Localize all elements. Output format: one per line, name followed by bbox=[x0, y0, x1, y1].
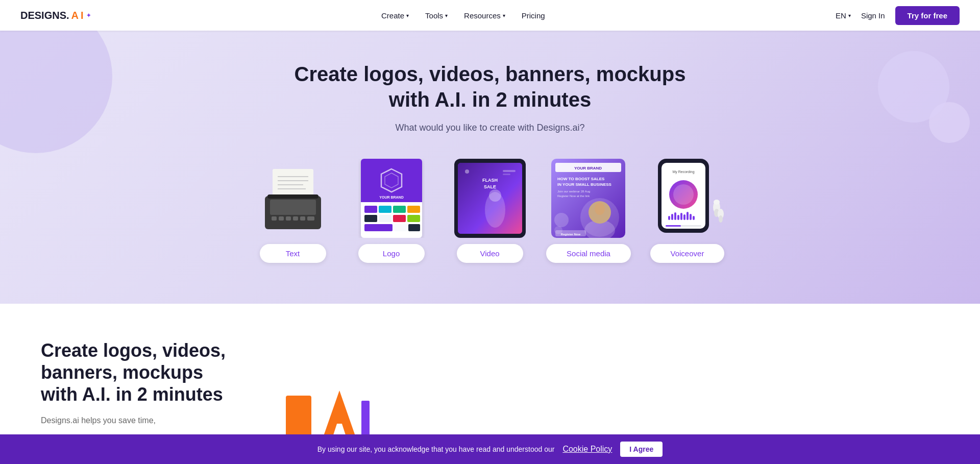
tool-label-text[interactable]: Text bbox=[260, 244, 326, 263]
letter-a-icon bbox=[322, 390, 357, 442]
navbar: DESIGNS.AI ✦ Create ▾ Tools ▾ Resources … bbox=[0, 0, 980, 31]
svg-text:YOUR BRAND: YOUR BRAND bbox=[379, 196, 403, 199]
svg-rect-66 bbox=[683, 214, 685, 220]
cookie-message: By using our site, you acknowledge that … bbox=[317, 445, 555, 453]
svg-point-74 bbox=[714, 200, 720, 205]
nav-create[interactable]: Create ▾ bbox=[381, 11, 409, 20]
svg-text:SALE: SALE bbox=[484, 184, 496, 189]
svg-rect-11 bbox=[300, 216, 305, 221]
tool-image-social: YOUR BRAND HOW TO BOOST SALES IN YOUR SM… bbox=[546, 159, 630, 238]
chevron-down-icon: ▾ bbox=[503, 13, 505, 18]
cookie-agree-button[interactable]: I Agree bbox=[620, 442, 663, 457]
tool-card-social[interactable]: YOUR BRAND HOW TO BOOST SALES IN YOUR SM… bbox=[546, 159, 631, 263]
ai-decoration bbox=[322, 390, 372, 442]
tool-cards-row: Text bbox=[20, 159, 960, 263]
svg-text:Join our webinar 28 Aug: Join our webinar 28 Aug bbox=[557, 190, 590, 193]
svg-rect-8 bbox=[279, 216, 284, 221]
tool-label-voiceover[interactable]: Voiceover bbox=[650, 244, 725, 263]
svg-point-51 bbox=[595, 203, 605, 215]
hero-subheading: What would you like to create with Desig… bbox=[20, 123, 960, 133]
try-free-button[interactable]: Try for free bbox=[895, 6, 960, 25]
tool-image-video: FLASH SALE bbox=[448, 159, 532, 238]
below-text-block: Create logos, videos, banners, mockups w… bbox=[41, 339, 245, 427]
svg-rect-40 bbox=[503, 174, 510, 175]
tool-card-voiceover[interactable]: My Recording bbox=[645, 159, 729, 263]
voiceover-phone-icon: My Recording bbox=[648, 159, 727, 238]
svg-rect-67 bbox=[687, 212, 689, 220]
svg-rect-65 bbox=[680, 213, 682, 220]
svg-text:HOW TO BOOST SALES: HOW TO BOOST SALES bbox=[557, 177, 605, 181]
nav-tools[interactable]: Tools ▾ bbox=[425, 11, 448, 20]
nav-links: Create ▾ Tools ▾ Resources ▾ Pricing bbox=[381, 11, 545, 20]
tool-card-text[interactable]: Text bbox=[251, 159, 335, 263]
svg-rect-23 bbox=[407, 206, 420, 213]
tool-image-voiceover: My Recording bbox=[645, 159, 729, 238]
svg-rect-27 bbox=[407, 215, 420, 222]
tool-label-social[interactable]: Social media bbox=[546, 244, 631, 263]
svg-text:YOUR BRAND: YOUR BRAND bbox=[574, 166, 602, 170]
language-selector[interactable]: EN ▾ bbox=[836, 11, 851, 20]
hero-heading: Create logos, videos, banners, mockups w… bbox=[281, 61, 699, 112]
svg-rect-24 bbox=[364, 215, 377, 222]
tool-label-logo[interactable]: Logo bbox=[358, 244, 425, 263]
logo-card-icon: YOUR BRAND bbox=[358, 159, 425, 238]
svg-rect-28 bbox=[364, 224, 393, 231]
tool-card-video[interactable]: FLASH SALE Video bbox=[448, 159, 532, 263]
below-heading: Create logos, videos, banners, mockups w… bbox=[41, 339, 245, 406]
svg-rect-30 bbox=[408, 224, 420, 231]
svg-text:Register Now at the link: Register Now at the link bbox=[557, 194, 590, 198]
svg-rect-25 bbox=[379, 215, 391, 222]
below-visual bbox=[286, 339, 939, 442]
svg-rect-22 bbox=[393, 206, 406, 213]
tool-label-video[interactable]: Video bbox=[457, 244, 523, 263]
hero-section: Create logos, videos, banners, mockups w… bbox=[0, 31, 980, 304]
svg-rect-68 bbox=[690, 214, 692, 220]
typewriter-icon bbox=[257, 166, 329, 238]
svg-text:FLASH: FLASH bbox=[482, 178, 498, 183]
nav-right: EN ▾ Sign In Try for free bbox=[836, 6, 960, 25]
svg-point-38 bbox=[465, 169, 469, 174]
logo[interactable]: DESIGNS.AI ✦ bbox=[20, 10, 91, 21]
below-body: Designs.ai helps you save time, bbox=[41, 414, 245, 427]
chevron-down-icon: ▾ bbox=[445, 13, 448, 18]
svg-rect-64 bbox=[677, 215, 679, 220]
svg-rect-13 bbox=[267, 194, 318, 199]
svg-text:My Recording: My Recording bbox=[672, 170, 694, 174]
svg-rect-39 bbox=[503, 170, 516, 172]
video-tablet-icon: FLASH SALE bbox=[452, 159, 528, 238]
nav-resources[interactable]: Resources ▾ bbox=[464, 11, 505, 20]
svg-rect-10 bbox=[293, 216, 298, 221]
logo-text: DESIGNS. bbox=[20, 10, 69, 21]
svg-rect-69 bbox=[693, 216, 695, 220]
social-card-icon: YOUR BRAND HOW TO BOOST SALES IN YOUR SM… bbox=[551, 159, 625, 238]
nav-pricing[interactable]: Pricing bbox=[522, 11, 545, 20]
svg-point-37 bbox=[489, 189, 501, 202]
cookie-policy-link[interactable]: Cookie Policy bbox=[562, 445, 612, 454]
svg-point-52 bbox=[554, 213, 569, 227]
svg-point-60 bbox=[673, 184, 694, 205]
tool-card-logo[interactable]: YOUR BRAND Logo bbox=[349, 159, 433, 263]
cookie-banner: By using our site, you acknowledge that … bbox=[0, 434, 980, 462]
svg-marker-79 bbox=[327, 395, 352, 436]
svg-rect-62 bbox=[671, 214, 673, 220]
svg-text:IN YOUR SMALL BUSINESS: IN YOUR SMALL BUSINESS bbox=[557, 182, 612, 187]
svg-rect-21 bbox=[379, 206, 391, 213]
svg-text:Register Now: Register Now bbox=[561, 233, 581, 236]
svg-rect-20 bbox=[364, 206, 377, 213]
chevron-down-icon: ▾ bbox=[406, 13, 409, 18]
sign-in-link[interactable]: Sign In bbox=[861, 11, 885, 20]
svg-rect-61 bbox=[668, 216, 670, 220]
svg-rect-71 bbox=[666, 225, 681, 227]
svg-point-76 bbox=[719, 215, 723, 223]
tool-image-logo: YOUR BRAND bbox=[349, 159, 433, 238]
svg-rect-9 bbox=[286, 216, 291, 221]
svg-rect-6 bbox=[270, 200, 316, 215]
svg-rect-63 bbox=[674, 212, 676, 220]
svg-rect-29 bbox=[394, 224, 407, 231]
svg-rect-7 bbox=[272, 216, 277, 221]
chevron-down-icon: ▾ bbox=[848, 13, 851, 18]
svg-rect-26 bbox=[393, 215, 406, 222]
tool-image-text bbox=[251, 159, 335, 238]
svg-rect-12 bbox=[307, 216, 314, 221]
